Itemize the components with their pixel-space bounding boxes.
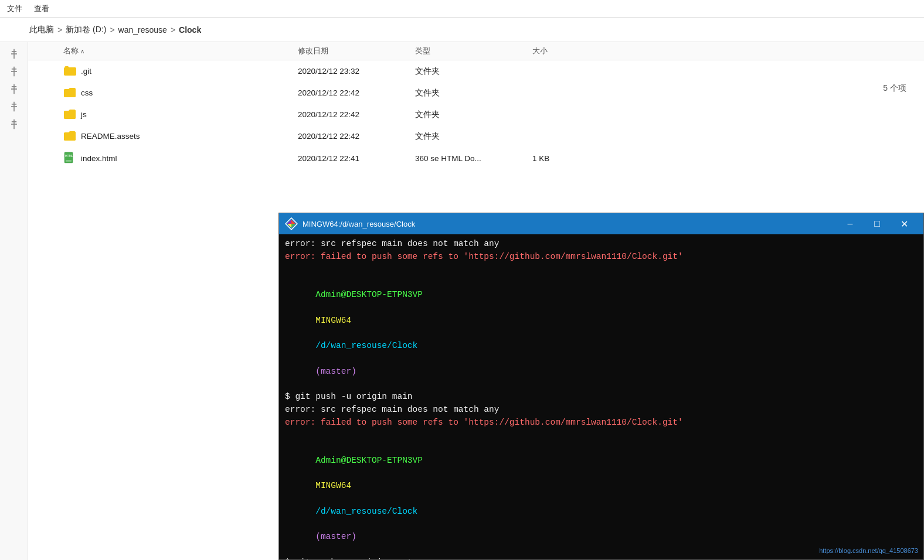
terminal-body: error: src refspec main does not match a… [279, 234, 923, 559]
file-table-header: 名称 修改日期 类型 大小 [28, 42, 924, 60]
sidebar [0, 42, 28, 560]
file-size: 1 KB [532, 154, 603, 163]
file-name-js: js [63, 108, 298, 121]
terminal-prompt-2: Admin@DESKTOP-ETPN3VP MINGW64 /d/wan_res… [285, 442, 918, 556]
folder-icon [63, 65, 76, 77]
menu-view[interactable]: 查看 [34, 4, 49, 14]
terminal-line-5: error: src refspec main does not match a… [285, 404, 918, 416]
terminal-line-2: error: failed to push some refs to 'http… [285, 251, 918, 264]
table-row[interactable]: HTML index.html 2020/12/12 22:41 360 se … [28, 147, 924, 170]
terminal-prompt-branch-2: (master) [315, 532, 356, 541]
file-label: README.assets [81, 132, 140, 141]
file-name-git: .git [63, 65, 298, 77]
terminal-prompt-user-1: Admin@DESKTOP-ETPN3VP [315, 290, 423, 299]
terminal-prompt-app-1: MINGW64 [315, 316, 351, 325]
menu-file[interactable]: 文件 [7, 4, 22, 14]
svg-text:HTML: HTML [65, 154, 73, 158]
table-row[interactable]: css 2020/12/12 22:42 文件夹 [28, 82, 924, 104]
terminal-titlebar: MINGW64:/d/wan_resouse/Clock – □ ✕ [279, 213, 923, 234]
table-row[interactable]: README.assets 2020/12/12 22:42 文件夹 [28, 125, 924, 147]
file-type: 文件夹 [415, 88, 532, 98]
svg-rect-16 [66, 160, 72, 162]
terminal-prompt-1: Admin@DESKTOP-ETPN3VP MINGW64 /d/wan_res… [285, 276, 918, 391]
terminal-window: MINGW64:/d/wan_resouse/Clock – □ ✕ error… [278, 213, 924, 560]
file-label: .git [81, 67, 91, 76]
html-file-icon: HTML [63, 152, 76, 165]
pin-icon-3[interactable] [8, 83, 20, 95]
breadcrumb-this-pc[interactable]: 此电脑 [29, 25, 54, 35]
breadcrumb-sep-1: > [57, 25, 62, 35]
pin-icon-1[interactable] [8, 48, 20, 60]
terminal-line-6: error: failed to push some refs to 'http… [285, 416, 918, 429]
file-name-readme: README.assets [63, 130, 298, 142]
terminal-prompt-path-2: /d/wan_resouse/Clock [315, 507, 417, 516]
file-type: 360 se HTML Do... [415, 154, 532, 163]
folder-icon [63, 130, 76, 142]
terminal-controls: – □ ✕ [837, 215, 918, 233]
terminal-minimize-button[interactable]: – [837, 215, 864, 233]
terminal-close-button[interactable]: ✕ [891, 215, 918, 233]
pin-icon-4[interactable] [8, 101, 20, 112]
file-date: 2020/12/12 23:32 [298, 67, 415, 76]
breadcrumb-current[interactable]: Clock [179, 25, 201, 35]
file-date: 2020/12/12 22:41 [298, 154, 415, 163]
file-type: 文件夹 [415, 110, 532, 120]
pin-icon-5[interactable] [8, 118, 20, 130]
file-date: 2020/12/12 22:42 [298, 110, 415, 119]
terminal-logo-icon [285, 217, 298, 230]
file-date: 2020/12/12 22:42 [298, 88, 415, 97]
terminal-line-1: error: src refspec main does not match a… [285, 238, 918, 251]
terminal-line-3 [285, 264, 918, 276]
file-label: index.html [81, 154, 117, 163]
terminal-line-4: $ git push -u origin main [285, 391, 918, 404]
col-name[interactable]: 名称 [63, 46, 298, 56]
file-name-css: css [63, 87, 298, 99]
folder-icon [63, 87, 76, 99]
col-size: 大小 [532, 46, 603, 56]
pin-icon-2[interactable] [8, 66, 20, 77]
file-date: 2020/12/12 22:42 [298, 132, 415, 141]
file-label: css [81, 88, 93, 97]
file-name-index: HTML index.html [63, 152, 298, 165]
terminal-prompt-app-2: MINGW64 [315, 481, 351, 490]
file-type: 文件夹 [415, 131, 532, 142]
breadcrumb-folder[interactable]: wan_resouse [118, 25, 167, 35]
terminal-prompt-branch-1: (master) [315, 367, 356, 376]
folder-icon [63, 108, 76, 121]
breadcrumb-bar: 此电脑 > 新加卷 (D:) > wan_resouse > Clock [0, 18, 924, 42]
terminal-line-8: $ git push -u origin master [285, 556, 918, 559]
file-type: 文件夹 [415, 66, 532, 77]
col-type: 类型 [415, 46, 532, 56]
table-row[interactable]: .git 2020/12/12 23:32 文件夹 [28, 60, 924, 82]
terminal-prompt-path-1: /d/wan_resouse/Clock [315, 341, 417, 350]
file-label: js [81, 110, 87, 119]
menu-bar: 文件 查看 [0, 0, 924, 18]
terminal-prompt-user-2: Admin@DESKTOP-ETPN3VP [315, 456, 423, 465]
watermark: https://blog.csdn.net/qq_41508673 [819, 547, 918, 554]
terminal-maximize-button[interactable]: □ [864, 215, 891, 233]
table-row[interactable]: js 2020/12/12 22:42 文件夹 [28, 104, 924, 125]
breadcrumb-sep-3: > [171, 25, 175, 35]
breadcrumb-drive[interactable]: 新加卷 (D:) [66, 25, 106, 35]
breadcrumb-sep-2: > [110, 25, 114, 35]
terminal-title: MINGW64:/d/wan_resouse/Clock [303, 220, 832, 228]
col-date: 修改日期 [298, 46, 415, 56]
terminal-line-7 [285, 429, 918, 442]
